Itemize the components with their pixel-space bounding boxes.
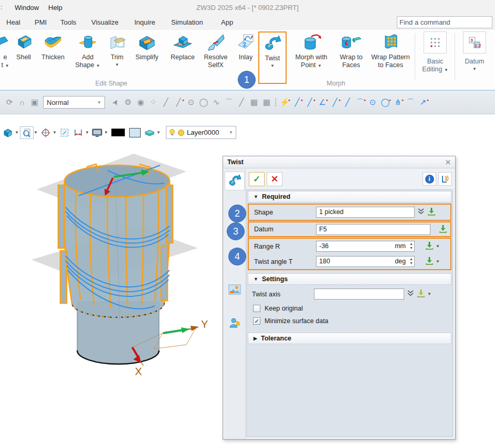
curve-tool-icon[interactable]: ∩ [16,98,28,107]
snap-circle-icon[interactable]: ◯ [379,98,392,107]
snap-perpendicular-icon[interactable]: ⋔ [392,98,404,107]
ok-button[interactable]: ✓ [249,172,265,186]
snap-angle-icon[interactable]: ↗ [417,98,429,107]
snap-circle-center-icon[interactable]: ⊙ [366,98,379,107]
layers-icon[interactable] [143,126,156,139]
spline-icon[interactable]: ∿ [210,98,223,107]
menu-window[interactable]: Window [15,4,39,12]
snap-point-line-icon[interactable]: ╱ [329,98,341,107]
segment-icon[interactable]: ╱ [235,98,248,107]
zoom-document-icon[interactable] [20,126,34,139]
flip-direction-button[interactable] [438,172,452,186]
sidebar-tab-twist[interactable] [225,172,245,190]
mesh-shaded-icon[interactable]: ▦ [260,98,273,107]
expand-list-icon[interactable] [417,208,425,217]
play-icon[interactable]: ◉ [134,98,147,107]
arc-icon[interactable]: ⌒ [223,98,235,108]
chevron-down-icon[interactable]: ▼ [436,259,440,264]
twist-axis-input[interactable] [314,289,404,300]
tab-heal[interactable]: Heal [6,18,20,26]
snap-tangent-icon[interactable]: ⌒ [404,98,417,108]
layer-dropdown[interactable]: Layer0000 ▼ [166,126,236,139]
sidebar-tab-user[interactable] [225,313,245,332]
dialog-titlebar[interactable]: Twist ✕ [223,156,455,168]
tab-simulation[interactable]: Simulation [171,18,203,26]
chevron-down-icon[interactable]: ▼ [85,130,90,135]
chevron-down-icon[interactable]: ▼ [34,130,39,135]
ribbon-button-thicken[interactable]: Thicken [37,31,69,84]
ribbon-button-resolve-selfx[interactable]: Resolve SelfX [199,31,232,84]
chevron-down-icon[interactable]: ▼ [52,130,58,135]
section-tolerance[interactable]: ▶ Tolerance [248,333,451,344]
insert-selection-icon[interactable] [439,225,447,234]
insert-selection-icon[interactable] [425,241,434,251]
insert-selection-icon[interactable] [425,257,434,266]
ribbon-button-simplify[interactable]: Simplify [130,31,164,84]
ribbon-button-wrap-to-faces[interactable]: Wrap to Faces [335,31,367,84]
ribbon-button-datum[interactable]: 31 2 Datum ▼ [460,31,489,84]
range-input[interactable]: -36 mm ▲▼ [316,241,415,252]
chevron-down-icon[interactable]: ▼ [104,130,109,135]
range-spinner[interactable]: ▲▼ [409,242,413,250]
keep-original-checkbox[interactable] [253,305,260,312]
tab-visualize[interactable]: Visualize [91,18,119,26]
cancel-button[interactable]: ✕ [267,172,282,186]
sidebar-tab-preview[interactable] [225,281,245,300]
chevron-down-icon[interactable]: ▼ [15,130,20,135]
mode-dropdown[interactable]: Normal▼ [43,96,105,109]
expand-list-icon[interactable] [406,290,415,298]
snap-polyline-icon[interactable]: ∠ [316,98,329,107]
snap-line-icon[interactable]: ╱ [291,98,303,107]
ribbon-button-partial[interactable]: e t ▼ [0,31,10,84]
view-cube-icon[interactable] [1,126,15,139]
point-cloud-icon[interactable]: ⁘ [147,98,160,107]
twist-angle-spinner[interactable]: ▲▼ [409,257,413,265]
chevron-down-icon[interactable]: ▼ [436,244,440,249]
minimize-surface-checkbox[interactable] [253,317,260,325]
blue-color-swatch[interactable] [129,128,141,137]
twist-angle-input[interactable]: 180 deg ▲▼ [316,256,415,267]
cursor-icon[interactable]: ➤ [108,94,123,110]
quick-pick-icon[interactable]: ⚡ [278,98,291,107]
snap-line2-icon[interactable]: ╱ [341,98,354,107]
insert-selection-icon[interactable] [417,289,425,299]
tab-inquire[interactable]: Inquire [134,18,155,26]
tab-pmi[interactable]: PMI [35,18,47,26]
chevron-down-icon[interactable]: ▼ [156,130,162,135]
measure-icon[interactable] [71,126,85,139]
ribbon-button-twist[interactable]: Twist ▼ [258,31,287,84]
display-mode-icon[interactable] [90,126,104,139]
ribbon-button-add-shape[interactable]: Add Shape ▼ [71,31,104,84]
ribbon-button-trim[interactable]: Trim ▼ [105,31,129,84]
frame-icon[interactable]: ▣ [28,98,41,107]
line-point-icon[interactable]: ╱ [172,98,185,107]
datum-input[interactable]: F5 [316,224,430,235]
info-button[interactable]: i [423,172,436,186]
black-color-swatch[interactable] [111,129,125,136]
snap-segment-icon[interactable]: ╱ [303,98,316,107]
section-settings[interactable]: ▼ Settings [248,273,451,285]
mesh-icon[interactable]: ▦ [248,98,260,107]
menu-help[interactable]: Help [48,4,62,12]
circle-icon[interactable]: ◯ [197,98,210,107]
view-rotate-icon[interactable]: ⟳ [3,98,16,107]
ribbon-button-wrap-pattern-to-faces[interactable]: Wrap Pattern to Faces [368,31,413,84]
ribbon-button-basic-editing[interactable]: Basic Editing ▼ [420,31,450,84]
close-icon[interactable]: ✕ [445,158,451,166]
line-icon[interactable]: ╱ [160,98,172,107]
chevron-down-icon[interactable]: ▼ [427,292,431,296]
section-required[interactable]: ▼ Required [248,191,451,202]
fit-view-icon[interactable] [58,126,71,139]
ribbon-button-replace[interactable]: Replace [167,31,198,84]
3d-model[interactable]: Y X [29,148,228,385]
ribbon-button-morph-with-point[interactable]: Morph with Point ▼ [288,31,334,84]
cursor-settings-icon[interactable]: ⚙ [122,98,134,107]
command-search-input[interactable] [399,18,492,26]
snap-arc-icon[interactable]: ⌒ [354,98,366,108]
circle-point-icon[interactable]: ⊙ [185,98,197,107]
ribbon-button-shell[interactable]: Shell [12,31,36,84]
tab-tools[interactable]: Tools [60,18,76,26]
shape-input[interactable]: 1 picked [316,207,415,218]
target-icon[interactable] [39,126,52,139]
insert-selection-icon[interactable] [427,207,436,217]
